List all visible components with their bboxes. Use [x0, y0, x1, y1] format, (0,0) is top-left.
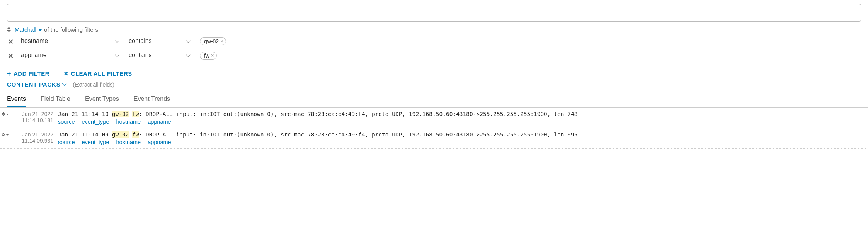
caret-down-icon [6, 114, 9, 115]
match-prefix: Match [15, 26, 31, 33]
event-time: 11:14:10.181 [10, 117, 53, 123]
filter-value-chip[interactable]: gw-02× [200, 37, 226, 45]
remove-filter-button[interactable]: ✕ [7, 52, 14, 60]
chip-label: fw [204, 53, 209, 59]
chevron-down-icon [63, 83, 66, 87]
remove-filter-button[interactable]: ✕ [7, 37, 14, 46]
filter-field-dropdown[interactable]: hostname [19, 36, 122, 47]
clear-all-filters-button[interactable]: ✕ CLEAR ALL FILTERS [63, 70, 132, 77]
caret-down-icon [39, 29, 42, 31]
filter-operator-dropdown[interactable]: contains [127, 50, 193, 61]
filter-field-value: hostname [21, 37, 48, 44]
filter-field-value: appname [21, 52, 47, 58]
add-filter-button[interactable]: + ADD FILTER [7, 70, 49, 77]
chevron-down-icon [187, 54, 191, 58]
tab-events[interactable]: Events [7, 95, 26, 107]
filter-value-input[interactable]: gw-02× [198, 36, 861, 47]
event-date: Jan 21, 2022 [10, 111, 53, 117]
tab-event-types[interactable]: Event Types [85, 95, 119, 107]
event-field-link-appname[interactable]: appname [148, 119, 171, 125]
event-row: ✲Jan 21, 202211:14:10.181Jan 21 11:14:10… [0, 108, 868, 128]
filter-operator-dropdown[interactable]: contains [127, 36, 193, 47]
event-field-link-event_type[interactable]: event_type [82, 139, 109, 145]
filter-operator-value: contains [129, 52, 152, 58]
content-packs-label: CONTENT PACKS [7, 81, 60, 88]
event-field-links: sourceevent_typehostnameappname [58, 139, 868, 145]
content-packs-hint: (Extract all fields) [73, 82, 114, 88]
event-field-link-appname[interactable]: appname [148, 139, 171, 145]
match-mode-row: Matchall of the following filters: [0, 25, 868, 36]
event-time: 11:14:09.931 [10, 138, 53, 144]
filter-operator-value: contains [129, 37, 152, 44]
tab-event-trends[interactable]: Event Trends [134, 95, 170, 107]
content-packs-button[interactable]: CONTENT PACKS [7, 81, 66, 88]
tabs: EventsField TableEvent TypesEvent Trends [0, 92, 868, 108]
chevron-down-icon [187, 40, 191, 44]
filter-actions: + ADD FILTER ✕ CLEAR ALL FILTERS [0, 65, 868, 81]
event-timestamp: Jan 21, 202211:14:10.181 [10, 110, 58, 125]
gear-icon: ✲ [2, 111, 6, 117]
event-field-link-hostname[interactable]: hostname [116, 119, 141, 125]
event-field-link-source[interactable]: source [58, 139, 75, 145]
event-body: Jan 21 11:14:09 gw-02 fw: DROP-ALL input… [58, 131, 868, 145]
highlight: fw [132, 131, 139, 138]
search-input[interactable] [7, 4, 861, 22]
event-message: Jan 21 11:14:10 gw-02 fw: DROP-ALL input… [58, 111, 868, 117]
caret-down-icon [6, 134, 9, 136]
match-mode: all [31, 26, 36, 33]
plus-icon: + [7, 70, 11, 77]
highlight: fw [132, 111, 139, 117]
chevron-down-icon [116, 40, 119, 44]
chip-remove-icon[interactable]: × [220, 38, 223, 44]
highlight: gw-02 [112, 131, 129, 138]
clear-all-label: CLEAR ALL FILTERS [71, 70, 132, 77]
events-list: ✲Jan 21, 202211:14:10.181Jan 21 11:14:10… [0, 108, 868, 149]
add-filter-label: ADD FILTER [14, 70, 49, 77]
event-field-link-hostname[interactable]: hostname [116, 139, 141, 145]
filter-row: ✕appnamecontainsfw× [7, 50, 861, 61]
event-field-link-source[interactable]: source [58, 119, 75, 125]
chip-label: gw-02 [204, 38, 219, 44]
match-toggle-icon[interactable] [7, 27, 11, 32]
filter-value-chip[interactable]: fw× [200, 52, 217, 60]
event-date: Jan 21, 2022 [10, 131, 53, 138]
event-field-links: sourceevent_typehostnameappname [58, 119, 868, 125]
chevron-down-icon [116, 54, 119, 58]
match-suffix: of the following filters: [44, 26, 100, 33]
highlight: gw-02 [112, 111, 129, 117]
filter-value-input[interactable]: fw× [198, 51, 861, 61]
event-field-link-event_type[interactable]: event_type [82, 119, 109, 125]
event-gear-menu[interactable]: ✲ [0, 110, 10, 125]
event-message: Jan 21 11:14:09 gw-02 fw: DROP-ALL input… [58, 131, 868, 138]
filter-row: ✕hostnamecontainsgw-02× [7, 36, 861, 47]
event-row: ✲Jan 21, 202211:14:09.931Jan 21 11:14:09… [0, 128, 868, 149]
tab-field-table[interactable]: Field Table [41, 95, 70, 107]
close-icon: ✕ [63, 70, 69, 77]
chip-remove-icon[interactable]: × [211, 53, 214, 58]
event-timestamp: Jan 21, 202211:14:09.931 [10, 131, 58, 145]
content-packs-row: CONTENT PACKS (Extract all fields) [0, 81, 868, 92]
filter-rows: ✕hostnamecontainsgw-02×✕appnamecontainsf… [0, 36, 868, 61]
gear-icon: ✲ [2, 132, 6, 138]
match-mode-link[interactable]: Matchall [15, 26, 42, 33]
event-gear-menu[interactable]: ✲ [0, 131, 10, 145]
filter-field-dropdown[interactable]: appname [19, 50, 122, 61]
event-body: Jan 21 11:14:10 gw-02 fw: DROP-ALL input… [58, 110, 868, 125]
